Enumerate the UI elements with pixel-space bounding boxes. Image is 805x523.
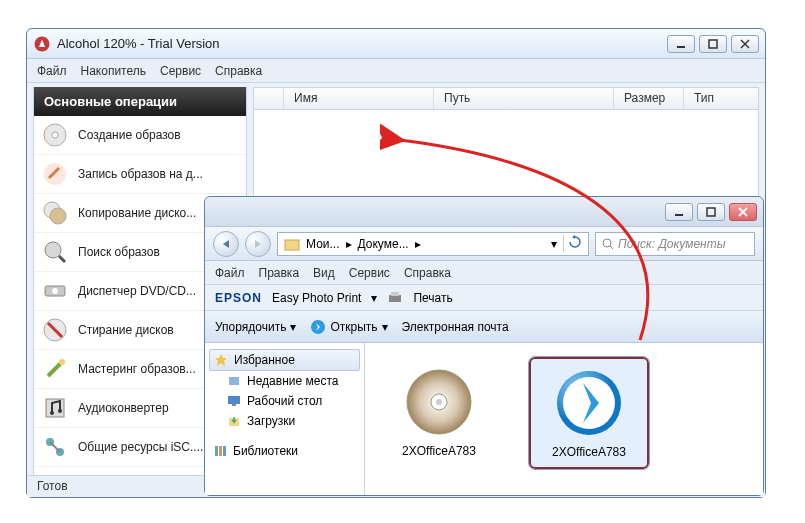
- maximize-icon: [706, 207, 716, 217]
- svg-point-16: [59, 359, 65, 365]
- menu-file[interactable]: Файл: [215, 266, 245, 280]
- menu-service[interactable]: Сервис: [160, 64, 201, 78]
- print-button[interactable]: Печать: [413, 291, 452, 305]
- explorer-window: Мои...▸ Докуме...▸ ▾ Поиск: Документы Фа…: [204, 196, 764, 496]
- tree-downloads[interactable]: Загрузки: [209, 411, 360, 431]
- close-button[interactable]: [731, 35, 759, 53]
- music-icon: [42, 395, 68, 421]
- maximize-icon: [708, 39, 718, 49]
- tree-recent[interactable]: Недавние места: [209, 371, 360, 391]
- menu-drive[interactable]: Накопитель: [81, 64, 147, 78]
- copy-disc-icon: [42, 200, 68, 226]
- arrow-left-icon: [220, 238, 232, 250]
- col-path[interactable]: Путь: [434, 88, 614, 109]
- alcohol-title: Alcohol 120% - Trial Version: [57, 36, 667, 51]
- minimize-button[interactable]: [665, 203, 693, 221]
- arrow-right-icon: [252, 238, 264, 250]
- alcohol-titlebar[interactable]: Alcohol 120% - Trial Version: [27, 29, 765, 59]
- op-label: Стирание дисков: [78, 323, 174, 337]
- close-icon: [738, 207, 748, 217]
- col-type[interactable]: Тип: [684, 88, 758, 109]
- svg-point-18: [50, 411, 54, 415]
- epson-brand: EPSON: [215, 291, 262, 305]
- svg-point-9: [50, 208, 66, 224]
- svg-rect-27: [285, 240, 299, 250]
- op-burn-image[interactable]: Запись образов на д...: [34, 155, 246, 194]
- svg-rect-2: [709, 40, 717, 48]
- printer-icon: [387, 290, 403, 306]
- refresh-button[interactable]: [563, 235, 582, 252]
- close-button[interactable]: [729, 203, 757, 221]
- file-item[interactable]: 2XOfficeA783: [379, 357, 499, 467]
- search-disc-icon: [42, 239, 68, 265]
- svg-rect-30: [389, 295, 401, 302]
- minimize-button[interactable]: [667, 35, 695, 53]
- wand-icon: [42, 356, 68, 382]
- explorer-titlebar[interactable]: [205, 197, 763, 227]
- address-bar[interactable]: Мои...▸ Докуме...▸ ▾: [277, 232, 589, 256]
- close-icon: [740, 39, 750, 49]
- file-label: 2XOfficeA783: [552, 445, 626, 459]
- svg-rect-33: [229, 377, 239, 385]
- menu-file[interactable]: Файл: [37, 64, 67, 78]
- explorer-window-buttons: [665, 203, 757, 221]
- svg-point-44: [563, 377, 615, 429]
- menu-service[interactable]: Сервис: [349, 266, 390, 280]
- operations-header: Основные операции: [34, 87, 246, 116]
- op-create-image[interactable]: Создание образов: [34, 116, 246, 155]
- op-label: Копирование диско...: [78, 206, 196, 220]
- breadcrumb-part[interactable]: Докуме...: [358, 237, 409, 251]
- chevron-down-icon[interactable]: ▾: [551, 237, 557, 251]
- op-label: Запись образов на д...: [78, 167, 203, 181]
- menu-help[interactable]: Справка: [404, 266, 451, 280]
- svg-line-11: [59, 256, 65, 262]
- dropdown-icon[interactable]: ▾: [371, 291, 377, 305]
- menu-help[interactable]: Справка: [215, 64, 262, 78]
- nav-back-button[interactable]: [213, 231, 239, 257]
- svg-rect-38: [219, 446, 222, 456]
- erase-icon: [42, 317, 68, 343]
- drive-icon: [42, 278, 68, 304]
- tree-libraries[interactable]: Библиотеки: [209, 441, 360, 461]
- minimize-icon: [674, 207, 684, 217]
- op-label: Диспетчер DVD/CD...: [78, 284, 196, 298]
- explorer-menubar: Файл Правка Вид Сервис Справка: [205, 261, 763, 285]
- tree-desktop[interactable]: Рабочий стол: [209, 391, 360, 411]
- explorer-navbar: Мои...▸ Докуме...▸ ▾ Поиск: Документы: [205, 227, 763, 261]
- menu-view[interactable]: Вид: [313, 266, 335, 280]
- explorer-toolbar: Упорядочить ▾ Открыть ▾ Электронная почт…: [205, 311, 763, 343]
- search-input[interactable]: Поиск: Документы: [595, 232, 755, 256]
- chevron-down-icon: ▾: [290, 320, 296, 334]
- search-placeholder: Поиск: Документы: [618, 237, 726, 251]
- explorer-tree: Избранное Недавние места Рабочий стол За…: [205, 343, 365, 495]
- menu-edit[interactable]: Правка: [259, 266, 300, 280]
- svg-rect-35: [232, 404, 236, 406]
- maximize-button[interactable]: [697, 203, 725, 221]
- organize-button[interactable]: Упорядочить ▾: [215, 320, 296, 334]
- file-label: 2XOfficeA783: [402, 444, 476, 458]
- tree-favorites[interactable]: Избранное: [209, 349, 360, 371]
- downloads-icon: [227, 414, 241, 428]
- svg-point-6: [52, 132, 58, 138]
- epson-label[interactable]: Easy Photo Print: [272, 291, 361, 305]
- email-button[interactable]: Электронная почта: [402, 320, 509, 334]
- daemon-small-icon: [310, 319, 326, 335]
- col-name[interactable]: Имя: [284, 88, 434, 109]
- breadcrumb-part[interactable]: Мои...: [306, 237, 340, 251]
- alcohol-menubar: Файл Накопитель Сервис Справка: [27, 59, 765, 83]
- svg-rect-31: [391, 292, 399, 296]
- open-button[interactable]: Открыть ▾: [310, 319, 387, 335]
- chevron-down-icon: ▾: [382, 320, 388, 334]
- file-item-selected[interactable]: 2XOfficeA783: [529, 357, 649, 469]
- col-size[interactable]: Размер: [614, 88, 684, 109]
- desktop-icon: [227, 394, 241, 408]
- recent-icon: [227, 374, 241, 388]
- chevron-right-icon: ▸: [346, 237, 352, 251]
- svg-point-42: [436, 399, 442, 405]
- nav-forward-button[interactable]: [245, 231, 271, 257]
- maximize-button[interactable]: [699, 35, 727, 53]
- file-pane[interactable]: 2XOfficeA783 2XOfficeA783: [365, 343, 763, 495]
- list-header: Имя Путь Размер Тип: [254, 88, 758, 110]
- network-icon: [42, 434, 68, 460]
- svg-point-10: [45, 242, 61, 258]
